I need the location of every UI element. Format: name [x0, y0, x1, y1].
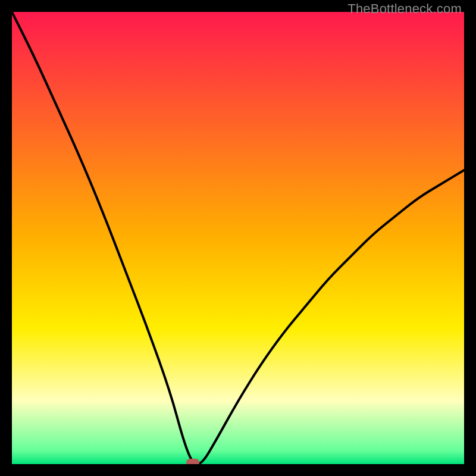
bottleneck-chart — [12, 12, 464, 464]
optimal-marker — [186, 459, 199, 464]
chart-frame — [12, 12, 464, 464]
gradient-background — [12, 12, 464, 464]
watermark-text: TheBottleneck.com — [347, 1, 462, 17]
